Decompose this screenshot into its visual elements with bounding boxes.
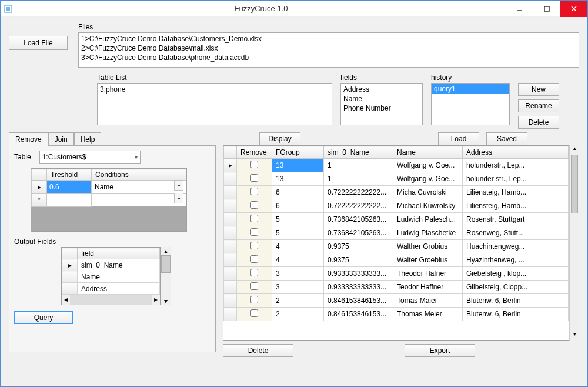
cell-sim[interactable]: 0.722222222222... xyxy=(324,199,393,213)
remove-checkbox[interactable] xyxy=(250,309,258,317)
remove-checkbox-cell[interactable] xyxy=(237,281,272,294)
results-col-fgroup[interactable]: FGroup xyxy=(272,146,324,159)
output-field-item[interactable]: sim_0_Name xyxy=(78,259,160,271)
table-row[interactable]: 30.933333333333...Teodor HaffnerGilbelst… xyxy=(224,281,569,294)
cell-fgroup[interactable]: 13 xyxy=(272,172,324,186)
remove-checkbox[interactable] xyxy=(250,174,258,182)
cell-sim[interactable]: 0.933333333333... xyxy=(324,281,393,294)
delete-row-button[interactable]: Delete xyxy=(223,344,293,357)
cell-fgroup[interactable]: 13 xyxy=(272,159,324,172)
cell-address[interactable]: Rosenweg, Stutt... xyxy=(463,226,569,240)
cell-sim[interactable]: 0.846153846153... xyxy=(324,308,393,321)
cell-address[interactable]: holunderstr., Lep... xyxy=(463,159,569,172)
table-row[interactable]: 40.9375Walter GroebiusHyazinthenweg, ... xyxy=(224,253,569,267)
cell-address[interactable]: Hyazinthenweg, ... xyxy=(463,253,569,267)
table-row[interactable]: 60.722222222222...Michael KuwrolskyLilie… xyxy=(224,199,569,213)
cell-fgroup[interactable]: 5 xyxy=(272,213,324,226)
cell-name[interactable]: Ludwich Palesch... xyxy=(393,213,463,226)
remove-checkbox-cell[interactable] xyxy=(237,213,272,226)
results-col-name[interactable]: Name xyxy=(393,146,463,159)
close-button[interactable] xyxy=(560,1,587,17)
history-item[interactable]: query1 xyxy=(432,84,509,94)
remove-checkbox[interactable] xyxy=(250,296,258,303)
file-entry[interactable]: 2>C:\FuzzyCruce Demo Database\mail.xlsx xyxy=(81,44,576,53)
rename-button[interactable]: Rename xyxy=(518,99,559,112)
cell-name[interactable]: Michael Kuwrolsky xyxy=(393,199,463,213)
field-item[interactable]: Phone Number xyxy=(343,104,420,113)
history-listbox[interactable]: query1 xyxy=(431,83,510,125)
remove-checkbox-cell[interactable] xyxy=(237,199,272,213)
cell-address[interactable]: holunder str., Lep... xyxy=(463,172,569,186)
cell-address[interactable]: Giebelsteig , klop... xyxy=(463,267,569,281)
cell-name[interactable]: Walther Grobius xyxy=(393,240,463,253)
field-item[interactable]: Name xyxy=(343,94,420,104)
remove-checkbox-cell[interactable] xyxy=(237,186,272,199)
table-row[interactable]: 20.846153846153...Thomas MeierBlutenw. 6… xyxy=(224,308,569,321)
cell-name[interactable]: Walter Groebius xyxy=(393,253,463,267)
cell-sim[interactable]: 0.846153846153... xyxy=(324,294,393,308)
field-item[interactable]: Address xyxy=(343,85,420,94)
cell-sim[interactable]: 0.736842105263... xyxy=(324,226,393,240)
remove-checkbox-cell[interactable] xyxy=(237,253,272,267)
remove-checkbox-cell[interactable] xyxy=(237,267,272,281)
cell-fgroup[interactable]: 5 xyxy=(272,226,324,240)
results-vscroll[interactable]: ▴ ▾ xyxy=(569,145,579,341)
export-button[interactable]: Export xyxy=(405,344,475,357)
table-row[interactable]: 30.933333333333...Theodor HafnerGiebelst… xyxy=(224,267,569,281)
cell-name[interactable]: Thomas Meier xyxy=(393,308,463,321)
cell-address[interactable]: Blutenw. 6, Berlin xyxy=(463,294,569,308)
criteria-col-treshold[interactable]: Treshold xyxy=(47,169,92,181)
results-col-address[interactable]: Address xyxy=(463,146,569,159)
output-vscroll[interactable]: ▴▾ xyxy=(161,247,171,305)
remove-checkbox[interactable] xyxy=(250,242,258,249)
table-row[interactable]: 50.736842105263...Ludwich Palesch...Rose… xyxy=(224,213,569,226)
load-file-button[interactable]: Load File xyxy=(9,36,68,50)
remove-checkbox-cell[interactable] xyxy=(237,159,272,172)
fields-listbox[interactable]: Address Name Phone Number xyxy=(340,83,423,125)
output-col-field[interactable]: field xyxy=(78,248,160,259)
cell-fgroup[interactable]: 2 xyxy=(272,308,324,321)
remove-checkbox-cell[interactable] xyxy=(237,294,272,308)
cell-fgroup[interactable]: 4 xyxy=(272,240,324,253)
treshold-input[interactable] xyxy=(47,181,91,194)
table-row[interactable]: 40.9375Walther GrobiusHuachintengweg... xyxy=(224,240,569,253)
saved-button[interactable]: Saved xyxy=(486,132,527,145)
remove-checkbox[interactable] xyxy=(250,215,258,222)
cell-name[interactable]: Micha Cuvrolski xyxy=(393,186,463,199)
cell-fgroup[interactable]: 6 xyxy=(272,186,324,199)
table-row[interactable]: 131Wolfgang v. Goe...holunder str., Lep.… xyxy=(224,172,569,186)
cell-sim[interactable]: 0.933333333333... xyxy=(324,267,393,281)
remove-checkbox[interactable] xyxy=(250,188,258,195)
cell-fgroup[interactable]: 3 xyxy=(272,267,324,281)
cell-address[interactable]: Liliensteig, Hamb... xyxy=(463,199,569,213)
table-row[interactable]: 20.846153846153...Tomas MaierBlutenw. 6,… xyxy=(224,294,569,308)
tablelist-listbox[interactable]: 3:phone xyxy=(97,83,332,125)
cell-address[interactable]: Gilbelsteig, Clopp... xyxy=(463,281,569,294)
file-entry[interactable]: 3>C:\FuzzyCruce Demo Database\phone_data… xyxy=(81,53,576,62)
cell-fgroup[interactable]: 2 xyxy=(272,294,324,308)
cell-address[interactable]: Liliensteig, Hamb... xyxy=(463,186,569,199)
maximize-button[interactable] xyxy=(533,1,560,17)
tab-join[interactable]: Join xyxy=(48,132,74,146)
output-hscroll[interactable]: ◂▸ xyxy=(62,295,160,305)
condition-dropdown[interactable]: Name xyxy=(92,181,186,194)
tablelist-item[interactable]: 3:phone xyxy=(100,85,329,94)
cell-address[interactable]: Blutenw. 6, Berlin xyxy=(463,308,569,321)
files-listbox[interactable]: 1>C:\FuzzyCruce Demo Database\Customers_… xyxy=(78,32,579,68)
cell-name[interactable]: Teodor Haffner xyxy=(393,281,463,294)
remove-checkbox[interactable] xyxy=(250,269,258,276)
results-col-sim[interactable]: sim_0_Name xyxy=(324,146,393,159)
cell-name[interactable]: Ludwig Plaschetke xyxy=(393,226,463,240)
remove-checkbox-cell[interactable] xyxy=(237,240,272,253)
cell-sim[interactable]: 1 xyxy=(324,172,393,186)
remove-checkbox-cell[interactable] xyxy=(237,172,272,186)
cell-address[interactable]: Rosenstr, Stuttgart xyxy=(463,213,569,226)
remove-checkbox[interactable] xyxy=(250,282,258,290)
condition-dropdown-empty[interactable] xyxy=(92,194,186,206)
cell-sim[interactable]: 0.9375 xyxy=(324,240,393,253)
cell-fgroup[interactable]: 3 xyxy=(272,281,324,294)
table-row[interactable]: 50.736842105263...Ludwig PlaschetkeRosen… xyxy=(224,226,569,240)
cell-sim[interactable]: 1 xyxy=(324,159,393,172)
output-field-item[interactable]: Address xyxy=(78,283,160,295)
query-button[interactable]: Query xyxy=(14,311,73,324)
